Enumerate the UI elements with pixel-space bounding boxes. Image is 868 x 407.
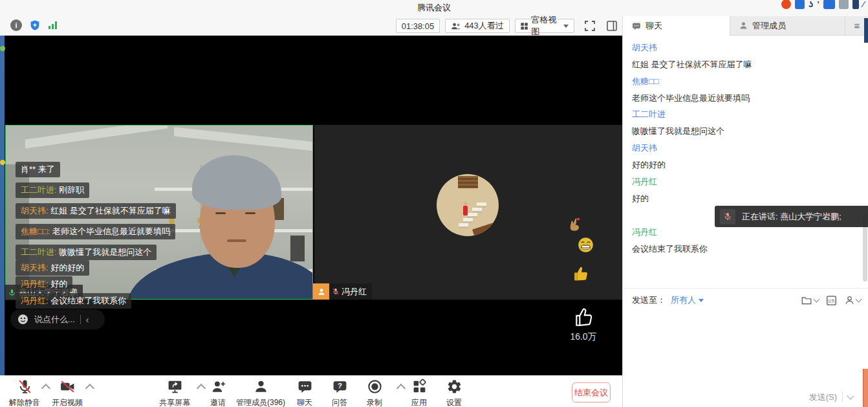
mic-muted-icon [332, 287, 340, 296]
person-icon [253, 379, 269, 395]
chat-message: 冯丹红 会议结束了我联系你 [632, 226, 856, 255]
chat-bubble-icon [631, 21, 642, 31]
speaking-toast: 正在讲话: 燕山大学宁岩鹏; [715, 206, 868, 227]
chat-message: 焦糖□□ 老师这个毕业信息最近就要填吗 [632, 76, 856, 104]
chat-message: 胡天祎 红姐 是交了社保就不算应届了嘛 [632, 42, 856, 71]
people-icon [451, 22, 461, 30]
shield-icon[interactable] [29, 19, 41, 32]
folder-icon [800, 294, 813, 306]
pinned-member-chip: 冯丹红 [313, 283, 372, 300]
mic-muted-icon [723, 212, 732, 221]
announcement-icon[interactable]: 公告 [825, 294, 838, 307]
background-window-strip [0, 36, 5, 375]
chevron-down-icon [563, 25, 569, 28]
chevron-down-icon [856, 296, 862, 303]
svg-text:公告: 公告 [828, 298, 836, 302]
send-options-chevron[interactable] [847, 392, 854, 399]
finger-heart-icon [568, 215, 583, 234]
camera-muted-icon [60, 379, 76, 395]
send-button[interactable]: 发送(S) [809, 391, 837, 403]
person-outline-icon [844, 294, 855, 306]
collapse-chevron-icon[interactable]: ‹ [86, 315, 89, 324]
overlay-message: 冯丹红: 会议结束了我联系你 [16, 293, 131, 309]
titlebar: 腾讯会议 ʖ ’ ⁄ [0, 0, 868, 16]
end-meeting-button[interactable]: 结束会议 [572, 382, 611, 402]
meeting-toolbar: i 01:38:05 443人看过 宫格视图 [0, 16, 622, 36]
thumbs-up-icon [572, 265, 590, 283]
info-icon[interactable]: i [10, 19, 22, 31]
chat-message: 胡天祎 好的好的 [632, 142, 856, 171]
grinning-face-icon [577, 236, 594, 254]
grid-view-icon [521, 22, 528, 30]
overlay-message: 工二叶进: 嗷嗷懂了我就是想问这个 [16, 245, 157, 260]
video-stage: 肖** 来了 工二叶进: 刚辞职 胡天祎: 红姐 是交了社保就不算应届了嘛 焦糖… [0, 36, 622, 375]
like-thumb-icon [572, 306, 595, 328]
overlay-message: 胡天祎: 好的好的 [16, 260, 89, 276]
overlay-message: 冯丹红: 好的 [16, 276, 72, 292]
tab-chat[interactable]: 聊天 [623, 16, 730, 36]
toolbox-icon[interactable] [839, 0, 849, 9]
control-bar: 解除静音 开启视频 共享屏幕 [0, 375, 622, 407]
chat-message: 工二叶进 嗷嗷懂了我就是想问这个 [632, 109, 856, 137]
chinese-mode-icon[interactable] [795, 0, 805, 9]
fullscreen-icon[interactable] [583, 19, 596, 32]
start-video-button[interactable]: 开启视频 [38, 379, 96, 407]
chevron-down-icon [699, 299, 704, 302]
tray-extra-icon[interactable] [852, 0, 859, 9]
speaker-hair [192, 155, 281, 210]
view-mode-dropdown[interactable]: 宫格视图 [515, 19, 574, 33]
chevron-down-icon [814, 296, 820, 303]
chat-input-area[interactable] [623, 311, 868, 387]
speaking-toast-text: 正在讲话: 燕山大学宁岩鹏; [742, 211, 841, 223]
member-avatar [437, 174, 499, 236]
shape-mode-icon[interactable]: ʖ [808, 0, 813, 9]
svg-text:?: ? [338, 382, 342, 390]
tencent-meeting-window: 腾讯会议 ʖ ’ ⁄ i 01:38:05 [0, 0, 868, 407]
share-screen-icon [167, 379, 183, 395]
member-filter-dropdown[interactable] [844, 294, 861, 306]
network-signal-icon[interactable] [48, 21, 58, 30]
quick-comment-input[interactable]: 说点什么... ‹ [10, 309, 105, 329]
background-window-sliver [863, 369, 868, 407]
meeting-timer: 01:38:05 [396, 19, 440, 33]
like-button[interactable]: 16.0万 [567, 306, 600, 343]
comment-placeholder: 说点什么... [34, 314, 75, 325]
emoji-smiley-icon[interactable] [17, 313, 29, 325]
system-tray: ʖ ’ ⁄ [781, 0, 864, 10]
side-panel-icon[interactable] [605, 19, 618, 32]
wrench-icon[interactable]: ⁄ [863, 0, 864, 9]
record-icon [367, 379, 383, 395]
chat-message-list[interactable]: 胡天祎 红姐 是交了社保就不算应届了嘛 焦糖□□ 老师这个毕业信息最近就要填吗 … [623, 36, 868, 288]
host-badge-icon [313, 283, 329, 300]
overlay-message: 焦糖□□: 老师这个毕业信息最近就要填吗 [16, 224, 175, 239]
person-icon [739, 21, 748, 30]
overlay-message: 肖** 来了 [16, 162, 60, 177]
viewer-count-button[interactable]: 443人看过 [445, 19, 510, 33]
file-transfer-dropdown[interactable] [800, 294, 819, 306]
send-to-row: 发送至： 所有人 公告 [623, 288, 868, 312]
window-title: 腾讯会议 [0, 0, 868, 16]
like-count: 16.0万 [567, 331, 600, 343]
overlay-message: 工二叶进: 刚辞职 [16, 182, 89, 198]
tab-manage-members[interactable]: 管理成员 [730, 16, 845, 36]
punctuation-icon[interactable]: ’ [817, 0, 819, 9]
invite-person-icon [210, 379, 226, 395]
settings-button[interactable]: 设置 [425, 379, 483, 407]
overlay-message: 胡天祎: 红姐 是交了社保就不算应届了嘛 [16, 203, 176, 219]
send-to-label: 发送至： [632, 294, 666, 306]
send-row: 发送(S) [623, 387, 868, 407]
soft-keyboard-icon[interactable] [823, 0, 835, 9]
pinned-member-name: 冯丹红 [342, 286, 367, 298]
gear-icon [446, 379, 462, 395]
background-window-sliver [864, 18, 868, 43]
chat-message: 冯丹红 好的 [632, 176, 856, 204]
sogou-input-logo-icon[interactable] [781, 0, 791, 9]
mic-muted-icon [17, 379, 33, 395]
send-to-dropdown[interactable]: 所有人 [671, 294, 704, 306]
